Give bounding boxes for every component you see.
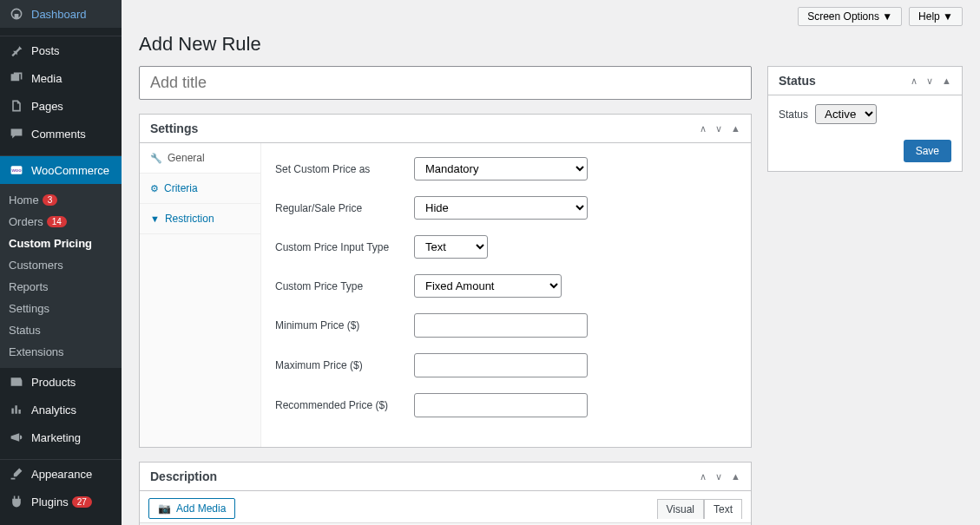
status-select[interactable]: Active xyxy=(815,104,877,124)
set-custom-price-as-select[interactable]: Mandatory xyxy=(414,157,588,180)
minimum-price-input[interactable] xyxy=(414,313,588,338)
sidebar-label: Pages xyxy=(31,100,63,113)
submenu-label: Settings xyxy=(9,302,49,315)
sidebar-item-posts[interactable]: Posts xyxy=(0,36,122,64)
submenu-label: Custom Pricing xyxy=(9,237,92,250)
field-label: Custom Price Input Type xyxy=(275,241,414,253)
field-label: Regular/Sale Price xyxy=(275,202,414,214)
description-postbox: Description ∧ ∨ ▲ 📷Add Media Visual Text xyxy=(139,462,752,525)
field-label: Minimum Price ($) xyxy=(275,319,414,331)
filter-icon: ▼ xyxy=(150,213,160,224)
submenu-item-custom-pricing[interactable]: Custom Pricing xyxy=(0,233,122,254)
sidebar-label: Posts xyxy=(31,44,60,57)
submenu-woocommerce: Home3 Orders14 Custom Pricing Customers … xyxy=(0,184,122,368)
submenu-item-home[interactable]: Home3 xyxy=(0,189,122,211)
submenu-label: Status xyxy=(9,324,41,337)
field-label: Maximum Price ($) xyxy=(275,359,414,371)
sidebar-item-woocommerce[interactable]: woo WooCommerce xyxy=(0,156,122,184)
sidebar-label: Media xyxy=(31,72,62,85)
move-down-icon[interactable]: ∨ xyxy=(926,75,933,87)
sidebar-item-marketing[interactable]: Marketing xyxy=(0,423,122,451)
move-up-icon[interactable]: ∧ xyxy=(700,471,707,482)
topbar: Screen Options ▼ Help ▼ xyxy=(139,0,963,33)
submenu-item-status[interactable]: Status xyxy=(0,319,122,341)
wrench-icon: 🔧 xyxy=(150,153,162,164)
sidebar-label: Marketing xyxy=(31,431,81,444)
regular-sale-price-select[interactable]: Hide xyxy=(414,196,588,220)
status-label: Status xyxy=(779,108,808,121)
move-up-icon[interactable]: ∧ xyxy=(911,75,918,87)
submenu-label: Customers xyxy=(9,259,63,272)
settings-postbox: Settings ∧ ∨ ▲ 🔧General ⚙Criteria ▼Restr… xyxy=(139,114,752,448)
submenu-item-extensions[interactable]: Extensions xyxy=(0,341,122,363)
sidebar-label: Analytics xyxy=(31,404,76,417)
pages-icon xyxy=(9,99,24,113)
postbox-title: Status xyxy=(779,74,816,88)
custom-price-type-select[interactable]: Fixed Amount xyxy=(414,274,562,298)
submenu-item-orders[interactable]: Orders14 xyxy=(0,211,122,233)
button-label: Add Media xyxy=(176,502,226,515)
screen-options-button[interactable]: Screen Options ▼ xyxy=(798,7,902,26)
settings-fields: Set Custom Price asMandatory Regular/Sal… xyxy=(261,143,751,447)
move-up-icon[interactable]: ∧ xyxy=(700,123,707,135)
submenu-item-customers[interactable]: Customers xyxy=(0,254,122,276)
maximum-price-input[interactable] xyxy=(414,353,588,377)
svg-text:woo: woo xyxy=(10,167,22,173)
tab-text[interactable]: Text xyxy=(704,499,742,519)
sidebar-item-analytics[interactable]: Analytics xyxy=(0,396,122,423)
page-title: Add New Rule xyxy=(139,33,963,56)
sidebar-item-media[interactable]: Media xyxy=(0,64,122,92)
sidebar-item-products[interactable]: Products xyxy=(0,368,122,396)
submenu-item-settings[interactable]: Settings xyxy=(0,298,122,319)
move-down-icon[interactable]: ∨ xyxy=(715,471,722,482)
postbox-title: Description xyxy=(150,469,217,483)
sidebar-label: Plugins xyxy=(31,495,69,509)
postbox-header: Description ∧ ∨ ▲ xyxy=(140,463,751,491)
submenu-label: Home xyxy=(9,194,39,207)
sidebar-item-pages[interactable]: Pages xyxy=(0,92,122,120)
tab-restriction[interactable]: ▼Restriction xyxy=(140,204,260,234)
sidebar-item-users[interactable]: Users xyxy=(0,515,122,525)
move-down-icon[interactable]: ∨ xyxy=(715,123,722,135)
title-input[interactable] xyxy=(139,66,752,100)
toggle-icon[interactable]: ▲ xyxy=(731,471,740,482)
help-button[interactable]: Help ▼ xyxy=(909,7,963,26)
tab-visual[interactable]: Visual xyxy=(657,499,704,519)
media-icon xyxy=(9,71,24,85)
megaphone-icon xyxy=(9,430,24,444)
tab-general[interactable]: 🔧General xyxy=(140,143,260,174)
sidebar-item-plugins[interactable]: Plugins27 xyxy=(0,488,122,515)
postbox-title: Settings xyxy=(150,121,198,135)
save-button[interactable]: Save xyxy=(904,140,951,162)
badge: 3 xyxy=(43,194,58,206)
sidebar-item-comments[interactable]: Comments xyxy=(0,120,122,148)
recommended-price-input[interactable] xyxy=(414,393,588,417)
gear-icon: ⚙ xyxy=(150,183,159,194)
field-label: Set Custom Price as xyxy=(275,163,414,175)
toggle-icon[interactable]: ▲ xyxy=(731,123,740,135)
sidebar-label: Dashboard xyxy=(31,8,87,21)
badge: 14 xyxy=(47,216,67,227)
tab-label: Restriction xyxy=(165,213,214,225)
field-label: Custom Price Type xyxy=(275,280,414,292)
status-postbox: Status ∧ ∨ ▲ Status Active Save xyxy=(767,66,963,172)
admin-sidebar: Dashboard Posts Media Pages Comments woo… xyxy=(0,0,122,525)
woocommerce-icon: woo xyxy=(9,163,24,177)
submenu-label: Orders xyxy=(9,215,43,228)
add-media-button[interactable]: 📷Add Media xyxy=(148,498,235,519)
sidebar-item-appearance[interactable]: Appearance xyxy=(0,460,122,488)
submenu-item-reports[interactable]: Reports xyxy=(0,276,122,298)
brush-icon xyxy=(9,467,24,481)
custom-price-input-type-select[interactable]: Text xyxy=(414,235,488,259)
main-content: Screen Options ▼ Help ▼ Add New Rule Set… xyxy=(122,0,980,525)
tab-criteria[interactable]: ⚙Criteria xyxy=(140,174,260,204)
badge: 27 xyxy=(72,496,92,508)
settings-tabs: 🔧General ⚙Criteria ▼Restriction xyxy=(140,143,261,447)
submenu-label: Reports xyxy=(9,280,49,293)
postbox-header: Status ∧ ∨ ▲ xyxy=(768,67,962,95)
analytics-icon xyxy=(9,403,24,417)
sidebar-item-dashboard[interactable]: Dashboard xyxy=(0,0,122,28)
toggle-icon[interactable]: ▲ xyxy=(942,75,951,87)
products-icon xyxy=(9,375,24,389)
dashboard-icon xyxy=(9,7,24,21)
